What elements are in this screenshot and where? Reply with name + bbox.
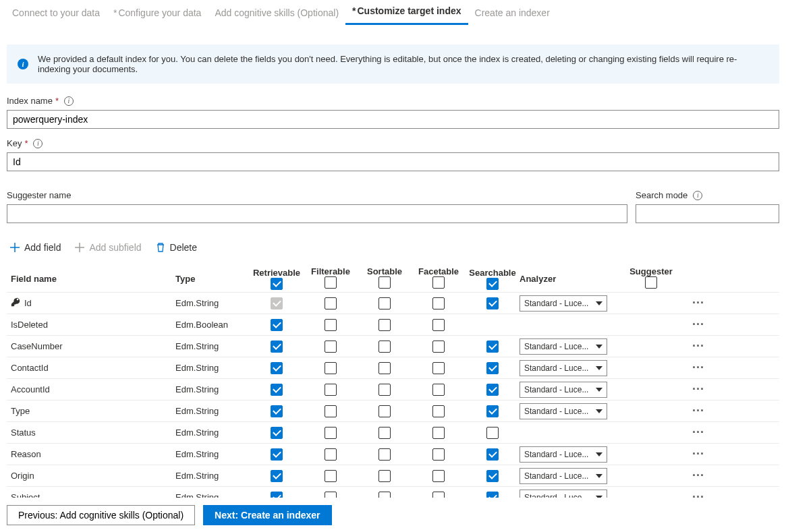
checkbox-filterable[interactable]	[325, 341, 337, 353]
checkbox-facetable[interactable]	[432, 341, 445, 353]
previous-button[interactable]: Previous: Add cognitive skills (Optional…	[7, 505, 195, 525]
analyzer-select[interactable]: Standard - Luce...	[520, 382, 607, 398]
table-row[interactable]: ReasonEdm.StringStandard - Luce...···	[7, 443, 779, 465]
suggester-name-label: Suggester name	[7, 190, 627, 200]
checkbox-filterable[interactable]	[325, 448, 337, 461]
search-mode-input[interactable]	[636, 204, 779, 223]
checkbox-sortable[interactable]	[378, 297, 391, 309]
field-type: Edm.String	[175, 298, 250, 308]
checkbox-filterable[interactable]	[325, 362, 337, 374]
checkbox-searchable[interactable]	[486, 341, 499, 353]
more-actions-button[interactable]: ···	[685, 447, 712, 461]
table-row[interactable]: TypeEdm.StringStandard - Luce...···	[7, 400, 779, 421]
header-checkbox-filterable[interactable]	[325, 276, 337, 289]
header-checkbox-sortable[interactable]	[378, 276, 391, 289]
next-button[interactable]: Next: Create an indexer	[203, 505, 331, 525]
checkbox-sortable[interactable]	[378, 362, 391, 374]
analyzer-select[interactable]: Standard - Luce...	[520, 295, 607, 312]
header-checkbox-facetable[interactable]	[432, 276, 445, 289]
checkbox-facetable[interactable]	[432, 297, 445, 309]
more-actions-button[interactable]: ···	[685, 361, 712, 375]
key-label: Key* i	[7, 138, 779, 148]
more-actions-button[interactable]: ···	[685, 339, 712, 353]
table-row[interactable]: ContactIdEdm.StringStandard - Luce...···	[7, 357, 779, 378]
checkbox-retrievable[interactable]	[271, 470, 283, 482]
checkbox-facetable[interactable]	[432, 448, 445, 461]
checkbox-searchable[interactable]	[486, 427, 499, 439]
checkbox-sortable[interactable]	[378, 319, 391, 331]
checkbox-searchable[interactable]	[486, 362, 499, 374]
table-row[interactable]: AccountIdEdm.StringStandard - Luce...···	[7, 378, 779, 400]
checkbox-retrievable[interactable]	[271, 384, 283, 396]
delete-button[interactable]: Delete	[152, 239, 200, 256]
key-input[interactable]	[7, 152, 779, 171]
header-checkbox-suggester[interactable]	[645, 276, 657, 289]
help-icon[interactable]: i	[64, 96, 74, 106]
tab-configure-your-data[interactable]: Configure your data	[107, 2, 208, 25]
table-row[interactable]: IdEdm.StringStandard - Luce...···	[7, 292, 779, 314]
checkbox-searchable[interactable]	[486, 470, 499, 482]
header-checkbox-searchable[interactable]	[486, 278, 499, 290]
chevron-down-icon	[596, 474, 602, 478]
checkbox-filterable[interactable]	[325, 319, 337, 331]
checkbox-facetable[interactable]	[432, 470, 445, 482]
table-row[interactable]: IsDeletedEdm.Boolean···	[7, 314, 779, 335]
analyzer-select[interactable]: Standard - Luce...	[520, 403, 607, 419]
checkbox-searchable[interactable]	[486, 405, 499, 417]
field-type: Edm.Boolean	[175, 320, 250, 330]
tab-create-an-indexer[interactable]: Create an indexer	[468, 2, 557, 25]
more-actions-button[interactable]: ···	[685, 382, 712, 396]
checkbox-filterable[interactable]	[325, 297, 337, 309]
checkbox-filterable[interactable]	[325, 405, 337, 417]
checkbox-retrievable[interactable]	[271, 405, 283, 417]
checkbox-searchable[interactable]	[486, 384, 499, 396]
header-checkbox-retrievable[interactable]	[271, 278, 283, 290]
checkbox-sortable[interactable]	[378, 448, 391, 461]
checkbox-filterable[interactable]	[325, 427, 337, 439]
add-subfield-button: Add subfield	[72, 239, 144, 256]
checkbox-sortable[interactable]	[378, 405, 391, 417]
help-icon[interactable]: i	[33, 139, 43, 148]
analyzer-select[interactable]: Standard - Luce...	[520, 360, 607, 376]
checkbox-searchable[interactable]	[486, 297, 499, 309]
more-actions-button[interactable]: ···	[685, 404, 712, 418]
checkbox-sortable[interactable]	[378, 470, 391, 482]
more-actions-button[interactable]: ···	[685, 425, 712, 440]
checkbox-filterable[interactable]	[325, 470, 337, 482]
checkbox-sortable[interactable]	[378, 341, 391, 353]
tab-add-cognitive-skills-optional-[interactable]: Add cognitive skills (Optional)	[208, 2, 345, 25]
more-actions-button[interactable]: ···	[685, 469, 712, 483]
checkbox-retrievable[interactable]	[271, 319, 283, 331]
chevron-down-icon	[596, 366, 602, 370]
checkbox-sortable[interactable]	[378, 427, 391, 439]
checkbox-facetable[interactable]	[432, 405, 445, 417]
key-icon	[11, 297, 20, 307]
checkbox-facetable[interactable]	[432, 427, 445, 439]
analyzer-select[interactable]: Standard - Luce...	[520, 338, 607, 355]
analyzer-select[interactable]: Standard - Luce...	[520, 468, 607, 484]
checkbox-sortable[interactable]	[378, 384, 391, 396]
table-row[interactable]: CaseNumberEdm.StringStandard - Luce...··…	[7, 335, 779, 357]
checkbox-facetable[interactable]	[432, 384, 445, 396]
tab-customize-target-index[interactable]: Customize target index	[345, 0, 468, 25]
more-actions-button[interactable]: ···	[685, 296, 712, 310]
analyzer-select[interactable]: Standard - Luce...	[520, 446, 607, 463]
tab-connect-to-your-data[interactable]: Connect to your data	[5, 2, 107, 25]
field-type: Edm.String	[175, 341, 250, 351]
checkbox-facetable[interactable]	[432, 362, 445, 374]
checkbox-retrievable[interactable]	[271, 341, 283, 353]
table-row[interactable]: OriginEdm.StringStandard - Luce...···	[7, 465, 779, 486]
suggester-name-input[interactable]	[7, 204, 627, 223]
table-row[interactable]: StatusEdm.String···	[7, 421, 779, 443]
more-actions-button[interactable]: ···	[685, 318, 712, 332]
index-name-input[interactable]	[7, 110, 779, 129]
checkbox-facetable[interactable]	[432, 319, 445, 331]
checkbox-retrievable[interactable]	[271, 427, 283, 439]
checkbox-retrievable[interactable]	[271, 448, 283, 461]
checkbox-retrievable[interactable]	[271, 362, 283, 374]
checkbox-filterable[interactable]	[325, 384, 337, 396]
field-type: Edm.String	[175, 384, 250, 394]
checkbox-searchable[interactable]	[486, 448, 499, 461]
help-icon[interactable]: i	[693, 191, 702, 200]
add-field-button[interactable]: Add field	[7, 239, 63, 256]
